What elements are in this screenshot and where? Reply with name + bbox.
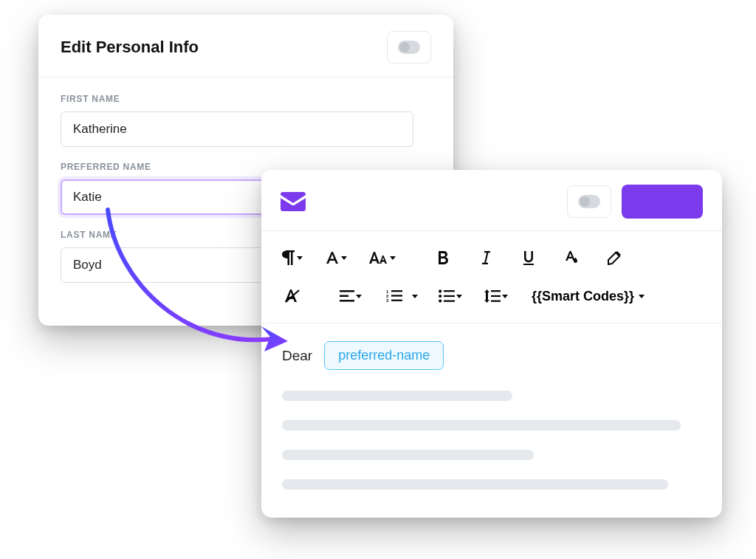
- editor-toolbar: 123 {{Smart Codes}}: [261, 231, 722, 323]
- card-title: Edit Personal Info: [61, 38, 199, 57]
- card-toggle[interactable]: [387, 31, 431, 64]
- primary-action-button[interactable]: [622, 185, 703, 219]
- placeholder-line: [282, 450, 534, 460]
- toggle-track: [578, 195, 600, 208]
- svg-rect-17: [491, 295, 501, 297]
- smart-codes-button[interactable]: {{Smart Codes}}: [526, 281, 650, 311]
- smart-codes-label: {{Smart Codes}}: [532, 289, 634, 304]
- svg-point-12: [439, 300, 441, 303]
- ordered-list-button[interactable]: 123: [379, 281, 409, 311]
- toggle-knob: [399, 42, 410, 52]
- text-color-button[interactable]: [557, 243, 586, 272]
- italic-button[interactable]: [471, 243, 501, 272]
- svg-rect-18: [491, 301, 501, 302]
- toolbar-row-1: [278, 239, 706, 277]
- svg-rect-16: [491, 290, 501, 292]
- editor-header: [261, 170, 722, 230]
- first-name-label: FIRST NAME: [61, 94, 431, 104]
- first-name-field: FIRST NAME: [61, 94, 431, 147]
- greeting-text: Dear: [282, 348, 312, 364]
- svg-rect-7: [391, 290, 402, 292]
- last-name-field: LAST NAME: [61, 230, 282, 283]
- svg-point-11: [439, 295, 441, 298]
- first-name-input[interactable]: [61, 112, 413, 147]
- toggle-track: [398, 41, 420, 54]
- last-name-input[interactable]: [61, 247, 282, 283]
- svg-rect-3: [340, 300, 354, 302]
- editor-body[interactable]: Dear preferred-name: [261, 323, 722, 490]
- svg-rect-1: [340, 290, 354, 292]
- card-header: Edit Personal Info: [38, 15, 453, 78]
- paragraph-format-button[interactable]: [278, 243, 307, 272]
- toggle-knob: [580, 196, 590, 207]
- editor-toggle[interactable]: [567, 185, 611, 218]
- svg-text:3: 3: [386, 298, 389, 303]
- svg-rect-8: [391, 295, 402, 296]
- toolbar-row-2: 123 {{Smart Codes}}: [278, 277, 706, 315]
- placeholder-line: [282, 420, 681, 431]
- email-editor-card: 123 {{Smart Codes}} Dear preferre: [261, 170, 722, 518]
- font-size-button[interactable]: [365, 243, 400, 272]
- svg-point-10: [439, 289, 441, 292]
- placeholder-line: [282, 479, 668, 490]
- underline-button[interactable]: [514, 243, 543, 272]
- svg-rect-13: [444, 290, 455, 292]
- last-name-label: LAST NAME: [61, 230, 282, 240]
- svg-rect-9: [391, 300, 402, 301]
- greeting-line: Dear preferred-name: [282, 341, 701, 370]
- svg-rect-14: [444, 295, 455, 297]
- align-button[interactable]: [335, 281, 366, 311]
- bold-button[interactable]: [428, 243, 458, 272]
- svg-rect-2: [340, 295, 348, 298]
- envelope-icon: [281, 192, 306, 211]
- unordered-list-button[interactable]: [434, 281, 467, 311]
- svg-rect-15: [444, 301, 455, 302]
- smart-code-chip[interactable]: preferred-name: [324, 341, 444, 370]
- placeholder-line: [282, 391, 512, 401]
- font-family-button[interactable]: [320, 243, 351, 272]
- line-height-button[interactable]: [480, 281, 512, 311]
- clear-formatting-button[interactable]: [278, 281, 307, 311]
- highlight-button[interactable]: [599, 243, 629, 272]
